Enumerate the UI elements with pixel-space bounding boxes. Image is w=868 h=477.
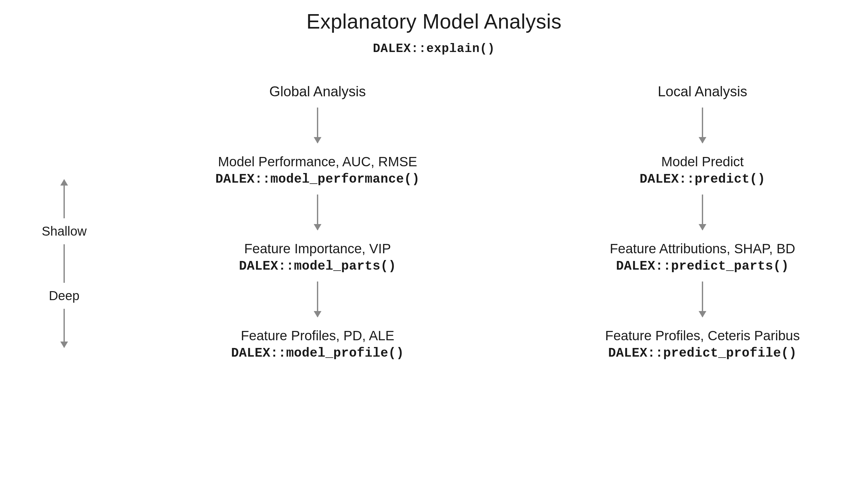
diagram-title: Explanatory Model Analysis [0, 10, 868, 33]
arrow-down-icon [590, 273, 815, 325]
arrow-down-icon [205, 186, 430, 238]
node-label: Model Performance, AUC, RMSE [205, 154, 430, 170]
node-label: Feature Profiles, PD, ALE [205, 328, 430, 344]
column-global-heading: Global Analysis [205, 84, 430, 99]
node-label: Feature Profiles, Ceteris Paribus [590, 328, 815, 344]
arrow-down-icon [205, 273, 430, 325]
node-local-1: Feature Attributions, SHAP, BD DALEX::pr… [590, 241, 815, 273]
node-code: DALEX::predict_parts() [590, 259, 815, 273]
node-code: DALEX::predict() [590, 172, 815, 186]
column-local-heading: Local Analysis [590, 84, 815, 99]
depth-axis: Shallow Deep [32, 180, 96, 347]
axis-label-shallow: Shallow [32, 224, 96, 239]
node-code: DALEX::predict_profile() [590, 346, 815, 360]
node-label: Feature Attributions, SHAP, BD [590, 241, 815, 257]
node-local-2: Feature Profiles, Ceteris Paribus DALEX:… [590, 328, 815, 360]
node-code: DALEX::model_performance() [205, 172, 430, 186]
axis-label-deep: Deep [32, 289, 96, 303]
node-label: Feature Importance, VIP [205, 241, 430, 257]
arrow-down-icon [205, 99, 430, 151]
arrow-down-icon [590, 99, 815, 151]
node-code: DALEX::model_parts() [205, 259, 430, 273]
column-global: Global Analysis Model Performance, AUC, … [205, 84, 430, 360]
node-label: Model Predict [590, 154, 815, 170]
node-global-0: Model Performance, AUC, RMSE DALEX::mode… [205, 154, 430, 186]
node-local-0: Model Predict DALEX::predict() [590, 154, 815, 186]
arrow-up-icon [63, 180, 65, 218]
arrow-down-icon [590, 186, 815, 238]
diagram-subtitle-code: DALEX::explain() [0, 42, 868, 56]
arrow-down-icon [63, 309, 65, 347]
axis-line [63, 244, 65, 283]
node-code: DALEX::model_profile() [205, 346, 430, 360]
node-global-2: Feature Profiles, PD, ALE DALEX::model_p… [205, 328, 430, 360]
column-local: Local Analysis Model Predict DALEX::pred… [590, 84, 815, 360]
node-global-1: Feature Importance, VIP DALEX::model_par… [205, 241, 430, 273]
